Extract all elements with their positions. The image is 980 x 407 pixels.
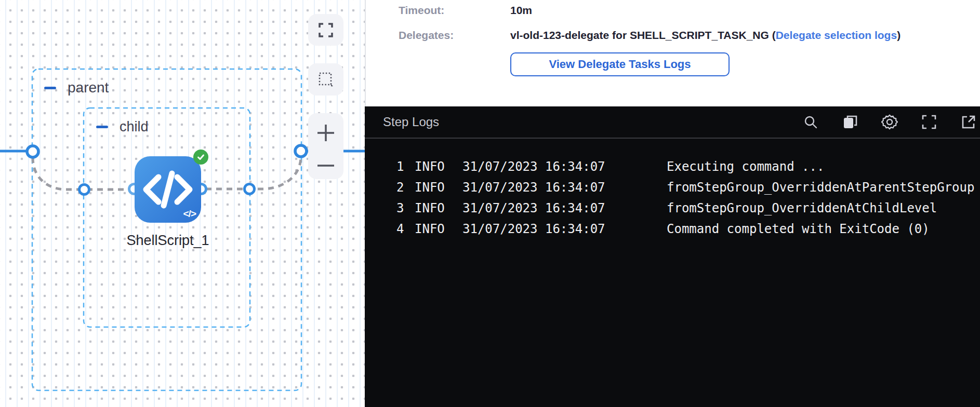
timeout-value: 10m xyxy=(510,4,532,17)
view-delegate-tasks-logs-button[interactable]: View Delegate Tasks Logs xyxy=(510,52,730,76)
log-line-number: 4 xyxy=(396,219,415,239)
settings-gear-icon[interactable] xyxy=(881,114,898,130)
zoom-controls xyxy=(308,113,343,179)
log-lines[interactable]: 1 INFO 31/07/2023 16:34:07 Executing com… xyxy=(365,139,980,239)
fullscreen-icon[interactable] xyxy=(921,114,937,130)
log-timestamp: 31/07/2023 16:34:07 xyxy=(462,177,667,198)
step-logs-header: Step Logs xyxy=(365,106,980,139)
success-check-icon xyxy=(193,150,208,165)
step-logs-toolbar xyxy=(802,114,977,130)
log-level: INFO xyxy=(415,198,462,219)
delegates-label: Delegates: xyxy=(399,29,510,42)
step-logs-title: Step Logs xyxy=(383,115,439,129)
step-logs-panel: Step Logs xyxy=(365,106,980,407)
delegates-value-suffix: ) xyxy=(897,29,900,41)
log-line: 2 INFO 31/07/2023 16:34:07 fromStepGroup… xyxy=(365,177,980,198)
shellscript-step-node[interactable]: </> xyxy=(135,156,201,223)
zoom-in-icon[interactable] xyxy=(316,123,336,143)
log-message: fromStepGroup_OverriddenAtParentStepGrou… xyxy=(667,177,980,198)
log-timestamp: 31/07/2023 16:34:07 xyxy=(462,198,667,219)
log-message: fromStepGroup_OverriddenAtChildLevel xyxy=(667,198,980,219)
delegates-value-text: vl-old-123-delegate for SHELL_SCRIPT_TAS… xyxy=(510,29,776,41)
parent-stepgroup-box[interactable] xyxy=(32,69,301,390)
zoom-out-icon[interactable] xyxy=(316,162,336,169)
copy-icon[interactable] xyxy=(842,114,858,130)
log-line-number: 3 xyxy=(396,198,415,219)
child-group-header: child xyxy=(96,119,149,135)
step-details-panel: Timeout: 10m Delegates: vl-old-123-deleg… xyxy=(365,0,980,106)
timeout-row: Timeout: 10m xyxy=(399,4,532,17)
log-line: 1 INFO 31/07/2023 16:34:07 Executing com… xyxy=(365,156,980,177)
collapse-parent-toggle[interactable] xyxy=(44,87,56,89)
pipeline-canvas[interactable]: parent child </> ShellScript_1 xyxy=(0,0,365,407)
collapse-child-toggle[interactable] xyxy=(96,126,108,128)
open-external-icon[interactable] xyxy=(960,114,977,130)
log-message: Command completed with ExitCode (0) xyxy=(667,219,980,239)
log-timestamp: 31/07/2023 16:34:07 xyxy=(462,156,667,177)
search-icon[interactable] xyxy=(802,114,819,130)
log-level: INFO xyxy=(415,156,462,177)
parent-group-label: parent xyxy=(68,79,109,96)
timeout-label: Timeout: xyxy=(399,4,510,17)
delegates-value: vl-old-123-delegate for SHELL_SCRIPT_TAS… xyxy=(510,29,900,42)
parent-group-header: parent xyxy=(44,79,109,96)
child-group-label: child xyxy=(120,119,149,135)
delegates-row: Delegates: vl-old-123-delegate for SHELL… xyxy=(399,29,900,42)
log-message: Executing command ... xyxy=(667,156,980,177)
fullscreen-icon xyxy=(318,22,334,38)
log-line: 4 INFO 31/07/2023 16:34:07 Command compl… xyxy=(365,219,980,239)
log-timestamp: 31/07/2023 16:34:07 xyxy=(462,219,667,239)
log-line: 3 INFO 31/07/2023 16:34:07 fromStepGroup… xyxy=(365,198,980,219)
canvas-fullscreen-button[interactable] xyxy=(308,14,343,46)
log-line-number: 2 xyxy=(396,177,415,198)
port-parent-out[interactable] xyxy=(295,145,307,157)
marquee-select-button[interactable] xyxy=(308,63,343,96)
port-child-in[interactable] xyxy=(80,185,89,195)
log-level: INFO xyxy=(415,177,462,198)
delegate-selection-logs-link[interactable]: Delegate selection logs xyxy=(776,29,897,41)
port-parent-in[interactable] xyxy=(27,146,38,157)
marquee-select-icon xyxy=(317,71,334,88)
log-line-number: 1 xyxy=(396,156,415,177)
shell-script-mini-icon: </> xyxy=(183,208,196,220)
node-label: ShellScript_1 xyxy=(100,233,235,249)
port-child-out[interactable] xyxy=(245,184,255,194)
log-level: INFO xyxy=(415,219,462,239)
